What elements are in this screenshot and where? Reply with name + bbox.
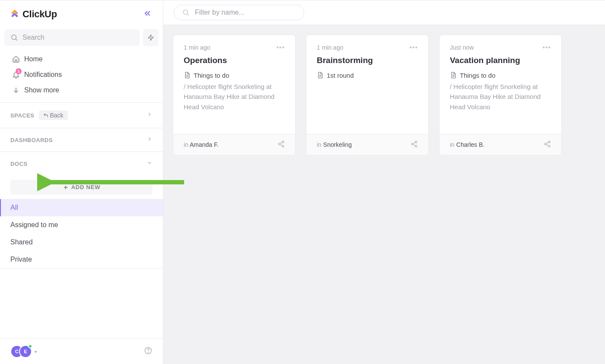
svg-point-9 [183, 10, 188, 15]
reply-icon [43, 113, 48, 118]
card-menu-button[interactable]: ••• [542, 44, 551, 51]
search-placeholder: Search [22, 34, 45, 41]
svg-line-24 [413, 145, 415, 146]
quick-action-button[interactable] [143, 29, 159, 46]
spaces-title: SPACES [10, 112, 35, 119]
nav-show-more[interactable]: Show more [0, 82, 163, 98]
card-location: in Snorkeling [317, 141, 352, 148]
chevron-right-icon [146, 136, 153, 142]
svg-point-15 [282, 145, 284, 147]
search-icon [182, 9, 190, 16]
chevron-down-icon [146, 160, 153, 166]
card-timestamp: 1 min ago [184, 44, 210, 51]
sidebar: ClickUp Search Home 1 [0, 0, 163, 364]
card-menu-button[interactable]: ••• [409, 44, 418, 51]
nav-home[interactable]: Home [0, 51, 163, 67]
svg-line-16 [280, 142, 282, 144]
presence-indicator [28, 344, 32, 348]
card-description: / Helicopter flight Snorkeling at Hanaum… [450, 82, 551, 112]
main-content: Filter by name... 1 min ago ••• Operatio… [163, 0, 605, 364]
card-subtitle: Things to do [460, 72, 496, 79]
home-icon [12, 55, 20, 63]
help-icon [144, 346, 153, 355]
arrow-down-icon [12, 86, 20, 94]
dashboards-title: DASHBOARDS [10, 137, 53, 143]
share-button[interactable] [544, 140, 551, 149]
svg-line-31 [546, 145, 548, 146]
card-title: Operations [184, 56, 285, 65]
card-location: in Amanda F. [184, 141, 219, 148]
app-logo[interactable]: ClickUp [10, 9, 57, 20]
section-spaces[interactable]: SPACES Back [0, 103, 163, 128]
share-icon [411, 140, 418, 148]
share-icon [277, 140, 285, 148]
document-icon [184, 71, 191, 79]
section-dashboards[interactable]: DASHBOARDS [0, 128, 163, 152]
chevron-right-icon [146, 111, 153, 117]
share-button[interactable] [277, 140, 285, 149]
workspace-switcher[interactable]: C E ▾ [10, 345, 37, 358]
search-input[interactable]: Search [4, 29, 140, 46]
nav-show-more-label: Show more [24, 86, 59, 94]
docs-filter-private[interactable]: Private [0, 251, 163, 268]
doc-card[interactable]: Just now ••• Vacation planning Things to… [439, 35, 562, 155]
filter-input[interactable]: Filter by name... [174, 5, 304, 20]
docs-filter-shared[interactable]: Shared [0, 234, 163, 251]
caret-down-icon: ▾ [35, 349, 37, 354]
share-button[interactable] [411, 140, 418, 149]
svg-point-13 [282, 141, 284, 142]
add-new-doc-button[interactable]: ADD NEW [10, 180, 153, 195]
svg-point-14 [278, 143, 280, 145]
card-title: Brainstorming [317, 56, 418, 65]
docs-filter-all[interactable]: All [0, 199, 163, 216]
nav-home-label: Home [24, 55, 43, 63]
card-timestamp: 1 min ago [317, 44, 343, 51]
doc-card[interactable]: 1 min ago ••• Operations Things to do / … [173, 35, 296, 155]
help-button[interactable] [144, 346, 153, 357]
card-title: Vacation planning [450, 56, 551, 65]
svg-line-1 [16, 39, 17, 40]
plus-icon [63, 184, 69, 190]
docs-filter-assigned[interactable]: Assigned to me [0, 216, 163, 234]
nav-notifications[interactable]: 1 Notifications [0, 67, 163, 82]
svg-point-0 [12, 35, 16, 40]
card-subtitle: 1st round [327, 72, 354, 79]
svg-line-17 [280, 145, 282, 146]
doc-card[interactable]: 1 min ago ••• Brainstorming 1st round in… [306, 35, 429, 155]
card-description: / Helicopter flight Snorkeling at Hanaum… [184, 82, 285, 112]
app-name: ClickUp [22, 9, 57, 20]
svg-point-21 [411, 143, 413, 145]
svg-line-10 [187, 14, 188, 15]
chevron-double-left-icon [143, 9, 152, 18]
svg-point-7 [148, 352, 149, 353]
svg-line-23 [413, 142, 415, 144]
collapse-sidebar-button[interactable] [141, 7, 153, 21]
card-subtitle: Things to do [194, 72, 229, 79]
search-icon [10, 34, 18, 41]
svg-point-29 [548, 145, 550, 147]
svg-point-22 [415, 145, 417, 147]
spaces-back-chip[interactable]: Back [39, 111, 68, 120]
svg-point-20 [415, 141, 417, 142]
document-icon [450, 71, 457, 79]
nav-notifications-label: Notifications [24, 71, 62, 79]
notification-badge: 1 [16, 68, 22, 74]
card-menu-button[interactable]: ••• [276, 44, 285, 51]
lightning-icon [147, 34, 154, 41]
section-docs[interactable]: DOCS [0, 152, 163, 175]
docs-title: DOCS [10, 161, 28, 167]
card-timestamp: Just now [450, 44, 474, 51]
filter-placeholder: Filter by name... [195, 9, 245, 16]
share-icon [544, 140, 551, 148]
clickup-logo-icon [10, 9, 20, 19]
svg-point-27 [548, 141, 550, 142]
svg-line-30 [546, 142, 548, 144]
card-location: in Charles B. [450, 141, 484, 148]
svg-point-28 [544, 143, 546, 145]
document-icon [317, 71, 324, 79]
svg-marker-2 [148, 35, 153, 40]
